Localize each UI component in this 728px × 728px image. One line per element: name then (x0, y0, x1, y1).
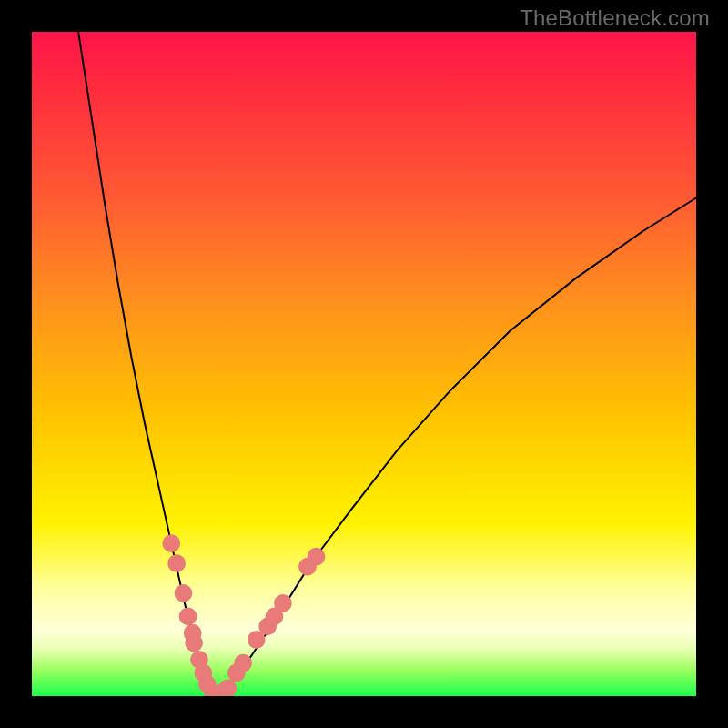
curve-left-branch (78, 32, 217, 696)
watermark-text: TheBottleneck.com (520, 5, 710, 31)
curve-right-branch (217, 198, 696, 697)
curve-paths (78, 32, 696, 696)
sample-marker (274, 594, 292, 612)
chart-frame: TheBottleneck.com (0, 0, 728, 728)
bottleneck-curve (32, 32, 696, 696)
sample-marker (175, 584, 193, 602)
sample-marker (308, 548, 326, 566)
sample-marker (234, 654, 252, 672)
sample-markers (162, 534, 325, 696)
sample-marker (179, 608, 197, 626)
sample-marker (167, 554, 186, 572)
plot-area (32, 32, 696, 696)
sample-marker (162, 534, 180, 552)
sample-marker (218, 679, 237, 696)
sample-marker (185, 634, 203, 652)
